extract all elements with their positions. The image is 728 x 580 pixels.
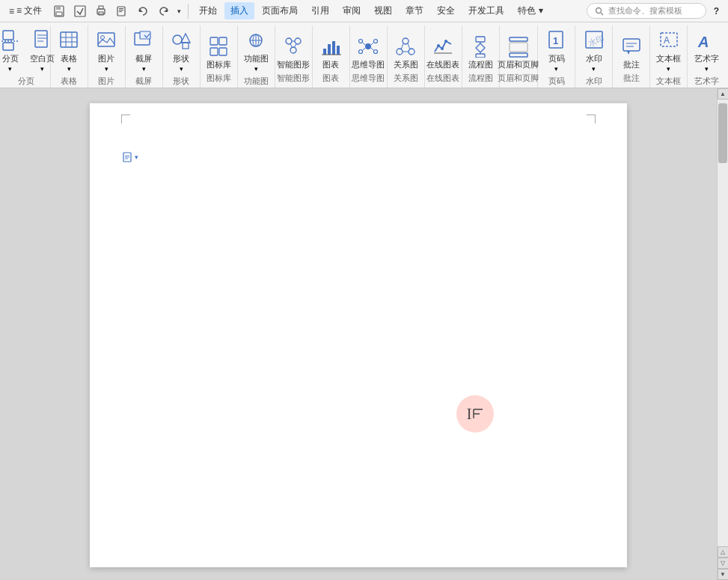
toolbar-save[interactable] (49, 3, 69, 19)
svg-rect-77 (510, 37, 527, 41)
svg-rect-51 (337, 46, 340, 55)
btn-smart[interactable]: 智能图形 (274, 33, 313, 71)
btn-guanxitu[interactable]: 关系图 (391, 33, 421, 71)
toolbar-undo[interactable] (133, 3, 153, 19)
group-wenbenkuang-label: 文本框 (656, 76, 681, 89)
btn-biaoge[interactable]: 表格 ▾ (54, 27, 84, 74)
menu-kaifa[interactable]: 开发工具 (462, 2, 510, 19)
btn-pizhu[interactable]: 批注 (617, 33, 646, 71)
group-biaotu-content: 图表 (316, 27, 346, 73)
btn-siweidaotu[interactable]: 思维导图 (349, 33, 388, 71)
btn-wenbenkuang[interactable]: A 文本框 ▾ (653, 27, 684, 74)
undo-icon (137, 5, 149, 17)
btn-yishuzhi[interactable]: A 艺术字 ▾ (691, 27, 722, 74)
cursor-symbol: I (467, 406, 484, 423)
menu-yinyong[interactable]: 引用 (305, 2, 335, 19)
group-biaoge: 表格 ▾ 表格 (51, 25, 88, 88)
toolbar-print[interactable] (91, 3, 111, 19)
scroll-page-up-btn[interactable]: △ (718, 546, 729, 558)
svg-line-61 (371, 48, 374, 51)
menu-tese[interactable]: 特色 ▾ (512, 2, 548, 19)
svg-point-13 (596, 7, 601, 13)
btn-jieping-label: 截屏 (135, 54, 152, 64)
ribbon: 分页 ▾ 空白页 ▾ 分页 表格 ▾ 表格 (0, 22, 728, 88)
group-yishuzhi-content: A 艺术字 ▾ (691, 27, 722, 76)
group-smart: 智能图形 智能图形 (275, 25, 313, 88)
svg-rect-9 (119, 10, 123, 10)
group-guanxitu: 关系图 关系图 (388, 25, 425, 88)
btn-xingzhuang-arrow: ▾ (180, 65, 183, 73)
btn-onlinechart[interactable]: 在线图表 (423, 33, 462, 71)
menu-search[interactable]: 查找命令、搜索模板 (587, 3, 706, 19)
toolbar-undo-dropdown[interactable]: ▾ (175, 5, 183, 17)
doc-icon-svg (123, 152, 133, 162)
scroll-bottom-buttons: △ ▽ ▼ (718, 546, 729, 580)
menu-yemian[interactable]: 页面布局 (256, 2, 304, 19)
group-liuchengtu: 流程图 流程图 (462, 25, 500, 88)
menu-kaishi[interactable]: 开始 (193, 2, 223, 19)
scroll-thumb[interactable] (718, 103, 727, 163)
doc-floating-icon[interactable]: ▾ (123, 152, 138, 162)
menu-shitu[interactable]: 视图 (368, 2, 398, 19)
btn-biaotu[interactable]: 图表 (316, 33, 346, 71)
svg-rect-15 (3, 31, 13, 40)
menu-zhangje[interactable]: 章节 (400, 2, 429, 19)
group-siweidaotu-content: 思维导图 (349, 27, 388, 73)
svg-point-62 (403, 38, 409, 44)
group-shuiyin-content: 水印 水印 ▾ (579, 27, 609, 76)
toolbar-redo[interactable] (154, 3, 174, 19)
svg-rect-48 (323, 49, 326, 55)
btn-gongnengtu[interactable]: 功能图 ▾ (241, 27, 272, 74)
group-onlinechart-label: 在线图表 (426, 73, 459, 86)
btn-guanxitu-label: 关系图 (394, 60, 418, 70)
svg-rect-27 (98, 33, 114, 46)
redo-icon (158, 5, 170, 17)
btn-yemei[interactable]: 页眉和页脚 (495, 33, 542, 71)
menu-charu[interactable]: 插入 (224, 2, 254, 19)
scroll-up-btn[interactable]: ▲ (718, 88, 729, 100)
svg-rect-50 (332, 41, 335, 55)
svg-rect-33 (183, 43, 189, 49)
btn-tubiaoku[interactable]: 图标库 (204, 33, 234, 71)
document-scroll[interactable]: ▾ I (0, 88, 717, 580)
document-page[interactable]: ▾ I (90, 103, 627, 567)
kaishi-label: 开始 (199, 4, 217, 17)
group-siweidaotu: 思维导图 思维导图 (350, 25, 388, 88)
svg-marker-12 (164, 8, 168, 12)
svg-point-28 (101, 36, 105, 40)
scroll-track[interactable] (718, 100, 728, 546)
scroll-down-btn[interactable]: ▼ (718, 569, 729, 580)
btn-biaotu-label: 图表 (322, 60, 339, 70)
menu-shenpi[interactable]: 审阅 (337, 2, 367, 19)
scroll-page-down-btn[interactable]: ▽ (718, 558, 729, 569)
svg-marker-32 (181, 34, 190, 43)
btn-xingzhuang[interactable]: 形状 ▾ (166, 27, 196, 74)
btn-shuiyin[interactable]: 水印 水印 ▾ (579, 27, 609, 74)
menu-file[interactable]: ≡ ≡ 文件 (3, 2, 48, 19)
document-area: ▾ I ▲ △ ▽ ▼ (0, 88, 728, 580)
table-icon (57, 28, 81, 52)
menu-anquan[interactable]: 安全 (431, 2, 461, 19)
page-break-icon (0, 28, 22, 52)
svg-rect-8 (119, 8, 123, 9)
btn-jieping[interactable]: 截屏 ▾ (129, 27, 159, 74)
toolbar-print-preview[interactable] (112, 3, 132, 19)
toolbar-save-alt[interactable] (70, 3, 90, 19)
btn-tupian[interactable]: 图片 ▾ (91, 27, 121, 74)
svg-rect-10 (119, 11, 122, 12)
svg-rect-34 (210, 37, 218, 45)
screenshot-icon (132, 28, 156, 52)
doc-icon-arrow[interactable]: ▾ (135, 153, 138, 161)
charu-label: 插入 (230, 4, 248, 17)
group-shuiyin-label: 水印 (586, 76, 602, 89)
btn-liuchengtu[interactable]: 流程图 (465, 33, 496, 71)
btn-yema-label: 页码 (548, 54, 565, 64)
zhangje-label: 章节 (406, 4, 423, 17)
svg-point-68 (437, 44, 440, 47)
menu-help[interactable]: ? (708, 4, 725, 19)
svg-line-60 (371, 42, 374, 45)
btn-fenyemian[interactable]: 分页 ▾ (0, 27, 25, 74)
btn-yema[interactable]: 1 页码 ▾ (542, 27, 572, 74)
svg-rect-5 (99, 6, 103, 9)
print-icon (95, 5, 107, 17)
